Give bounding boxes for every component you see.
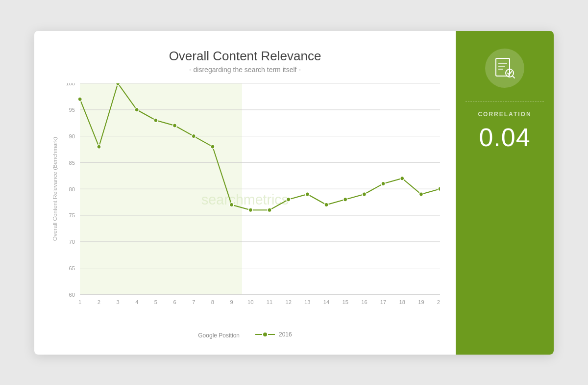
svg-text:18: 18	[399, 299, 405, 305]
data-point	[135, 107, 139, 112]
svg-text:80: 80	[69, 186, 75, 192]
svg-text:13: 13	[304, 299, 310, 305]
svg-text:14: 14	[323, 299, 330, 305]
data-point	[268, 207, 271, 212]
search-analytics-icon	[493, 56, 516, 80]
svg-text:7: 7	[192, 299, 195, 305]
data-point	[362, 192, 366, 196]
svg-text:75: 75	[69, 212, 75, 218]
svg-text:70: 70	[69, 238, 75, 244]
svg-text:15: 15	[342, 299, 348, 305]
data-point	[154, 118, 158, 123]
svg-text:searchmetrics: searchmetrics	[201, 191, 289, 207]
svg-text:20: 20	[437, 299, 440, 305]
svg-text:11: 11	[267, 299, 272, 305]
data-point	[419, 192, 423, 196]
svg-text:12: 12	[285, 299, 291, 305]
svg-text:1: 1	[78, 299, 81, 305]
data-point	[211, 144, 215, 149]
svg-text:5: 5	[154, 299, 157, 305]
correlation-label: CORRELATION	[478, 111, 531, 118]
data-point	[230, 203, 234, 207]
svg-text:85: 85	[69, 159, 75, 165]
svg-text:10: 10	[247, 299, 253, 305]
svg-text:2: 2	[98, 299, 100, 305]
correlation-value: 0.04	[479, 123, 530, 152]
legend-label-2016: 2016	[279, 331, 292, 338]
data-point	[78, 97, 82, 101]
main-card: Overall Content Relevance - disregarding…	[34, 31, 554, 355]
data-point	[324, 203, 328, 207]
legend-line-segment	[255, 334, 262, 335]
chart-container: 60 65 70 75 80 85 90	[50, 83, 440, 326]
svg-text:90: 90	[69, 133, 75, 139]
data-point	[438, 186, 440, 191]
chart-subtitle: - disregarding the search term itself -	[50, 66, 440, 74]
data-point	[305, 192, 309, 196]
sidebar-divider	[466, 102, 544, 102]
data-point	[192, 134, 196, 138]
svg-text:17: 17	[380, 299, 386, 305]
svg-text:3: 3	[116, 299, 119, 305]
sidebar: CORRELATION 0.04	[456, 31, 554, 355]
chart-svg: 60 65 70 75 80 85 90	[50, 83, 440, 326]
chart-area: Overall Content Relevance - disregarding…	[34, 31, 456, 355]
svg-text:9: 9	[230, 299, 233, 305]
svg-text:Overall Content Relevance (Ben: Overall Content Relevance (Benchmark)	[52, 136, 58, 240]
svg-text:16: 16	[361, 299, 367, 305]
data-point	[381, 181, 385, 186]
chart-title: Overall Content Relevance	[50, 49, 440, 64]
legend-item-2016: 2016	[255, 331, 292, 338]
data-point	[173, 123, 177, 128]
legend-line	[255, 333, 275, 336]
x-axis-label: Google Position	[198, 332, 240, 339]
legend-dot	[263, 333, 267, 336]
data-point	[97, 144, 101, 149]
svg-text:4: 4	[135, 299, 139, 305]
svg-text:6: 6	[173, 299, 176, 305]
data-point	[343, 197, 347, 202]
svg-line-46	[513, 76, 514, 78]
icon-circle	[485, 49, 524, 88]
legend-area: Google Position 2016	[50, 330, 440, 339]
data-point	[400, 176, 404, 180]
data-point	[116, 83, 120, 85]
svg-text:95: 95	[69, 106, 75, 112]
svg-text:65: 65	[69, 265, 75, 271]
sidebar-icon-area	[456, 31, 554, 102]
svg-text:100: 100	[66, 83, 75, 86]
svg-text:60: 60	[69, 291, 75, 297]
data-point	[248, 207, 252, 212]
svg-text:19: 19	[418, 299, 424, 305]
svg-text:8: 8	[211, 299, 214, 305]
data-point	[287, 197, 291, 202]
legend-line-segment	[268, 334, 275, 335]
